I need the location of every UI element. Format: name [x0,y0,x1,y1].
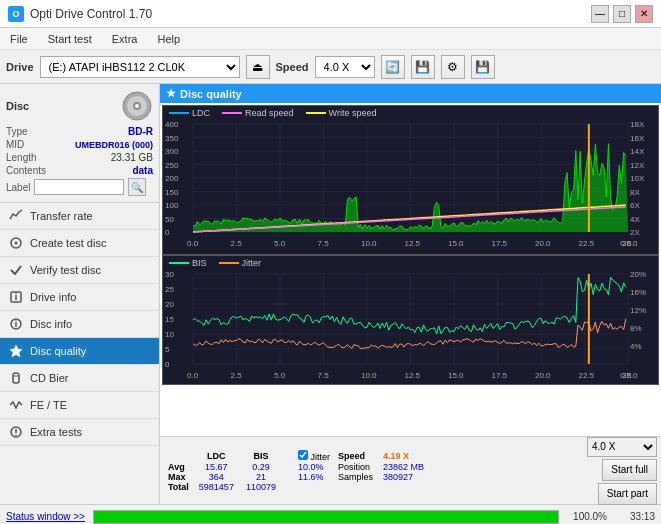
nav-label-cd-bier: CD Bier [30,372,69,384]
nav-icon-disc-info [8,316,24,332]
app-icon: O [8,6,24,22]
legend-bis: BIS [169,258,207,268]
close-button[interactable]: ✕ [635,5,653,23]
nav-item-drive-info[interactable]: Drive info [0,284,159,311]
speed-select-toolbar[interactable]: 4.0 X [315,56,375,78]
drive-select[interactable]: (E:) ATAPI iHBS112 2 CL0K [40,56,240,78]
stats-area: LDC BIS Jitter Speed 4.19 X Avg 15.67 0.… [160,436,661,504]
legend-write-speed-label: Write speed [329,108,377,118]
avg-ldc: 15.67 [193,462,240,472]
save-button[interactable]: 💾 [471,55,495,79]
status-bar: Status window >> 100.0% 33:13 [0,504,661,524]
avg-jitter: 10.0% [294,462,334,472]
disc-mid-value: UMEBDR016 (000) [75,140,153,150]
legend-write-speed: Write speed [306,108,377,118]
position-val: 23862 MB [377,462,430,472]
drive-label: Drive [6,61,34,73]
action-panel: 4.0 X Start full Start part [587,437,657,505]
samples-label: Samples [334,472,377,482]
menu-start-test[interactable]: Start test [44,31,96,47]
stats-avg-row: Avg 15.67 0.29 10.0% Position 23862 MB [164,462,430,472]
disc-mid-label: MID [6,139,24,150]
legend-ldc: LDC [169,108,210,118]
nav-item-transfer-rate[interactable]: Transfer rate [0,203,159,230]
disc-title: Disc [6,100,29,112]
top-chart-container: LDC Read speed Write speed [162,105,659,255]
refresh-button[interactable]: 🔄 [381,55,405,79]
burn-button[interactable]: 💾 [411,55,435,79]
nav-item-fe-te[interactable]: FE / TE [0,392,159,419]
status-time: 33:13 [615,511,655,522]
legend-ldc-label: LDC [192,108,210,118]
legend-read-speed-label: Read speed [245,108,294,118]
svg-point-8 [15,293,16,294]
disc-mid-row: MID UMEBDR016 (000) [6,139,153,150]
nav-item-create-test-disc[interactable]: Create test disc [0,230,159,257]
total-ldc: 5981457 [193,482,240,492]
quality-icon: ★ [166,87,176,100]
nav-icon-fe-te [8,397,24,413]
quality-header: ★ Disc quality [160,84,661,103]
legend-jitter-label: Jitter [242,258,262,268]
nav-label-fe-te: FE / TE [30,399,67,411]
menu-help[interactable]: Help [153,31,184,47]
write-speed-color [306,112,326,114]
status-window-button[interactable]: Status window >> [6,511,85,522]
svg-point-5 [15,242,18,245]
jitter-label: Jitter [310,452,330,462]
legend-read-speed: Read speed [222,108,294,118]
speed-select-stats[interactable]: 4.0 X [587,437,657,457]
nav-item-cd-bier[interactable]: CD Bier [0,365,159,392]
disc-type-row: Type BD-R [6,126,153,137]
nav-list: Transfer rateCreate test discVerify test… [0,203,159,446]
nav-icon-create-test-disc [8,235,24,251]
nav-item-verify-test-disc[interactable]: Verify test disc [0,257,159,284]
content-area: ★ Disc quality LDC Read speed [160,84,661,504]
stats-total-row: Total 5981457 110079 [164,482,430,492]
col-bis-header: BIS [240,450,282,462]
nav-item-disc-info[interactable]: Disc info [0,311,159,338]
svg-marker-12 [10,345,22,357]
disc-label-row: Label 🔍 [6,178,153,196]
max-jitter: 11.6% [294,472,334,482]
speed-label: Speed [276,61,309,73]
disc-label-input[interactable] [34,179,124,195]
start-part-button[interactable]: Start part [598,483,657,505]
window-controls: — □ ✕ [591,5,653,23]
col-ldc-header: LDC [193,450,240,462]
title-bar-left: O Opti Drive Control 1.70 [8,6,152,22]
nav-label-transfer-rate: Transfer rate [30,210,93,222]
nav-label-extra-tests: Extra tests [30,426,82,438]
title-bar: O Opti Drive Control 1.70 — □ ✕ [0,0,661,28]
nav-label-verify-test-disc: Verify test disc [30,264,101,276]
stats-max-row: Max 364 21 11.6% Samples 380927 [164,472,430,482]
start-full-button[interactable]: Start full [602,459,657,481]
minimize-button[interactable]: — [591,5,609,23]
nav-icon-drive-info [8,289,24,305]
eject-button[interactable]: ⏏ [246,55,270,79]
top-chart [163,120,658,250]
maximize-button[interactable]: □ [613,5,631,23]
menu-file[interactable]: File [6,31,32,47]
settings-button[interactable]: ⚙ [441,55,465,79]
avg-label: Avg [164,462,193,472]
quality-title: Disc quality [180,88,242,100]
menu-extra[interactable]: Extra [108,31,142,47]
nav-item-disc-quality[interactable]: Disc quality [0,338,159,365]
max-bis: 21 [240,472,282,482]
col-speed-header: Speed [334,450,377,462]
nav-icon-verify-test-disc [8,262,24,278]
progress-percent: 100.0% [567,511,607,522]
nav-item-extra-tests[interactable]: Extra tests [0,419,159,446]
position-label: Position [334,462,377,472]
nav-icon-cd-bier [8,370,24,386]
max-ldc: 364 [193,472,240,482]
disc-label-btn[interactable]: 🔍 [128,178,146,196]
disc-header: Disc [6,90,153,122]
top-chart-legend: LDC Read speed Write speed [163,106,658,120]
jitter-checkbox[interactable] [298,450,308,460]
avg-bis: 0.29 [240,462,282,472]
read-speed-color [222,112,242,114]
disc-icon [121,90,153,122]
disc-length-value: 23.31 GB [111,152,153,163]
